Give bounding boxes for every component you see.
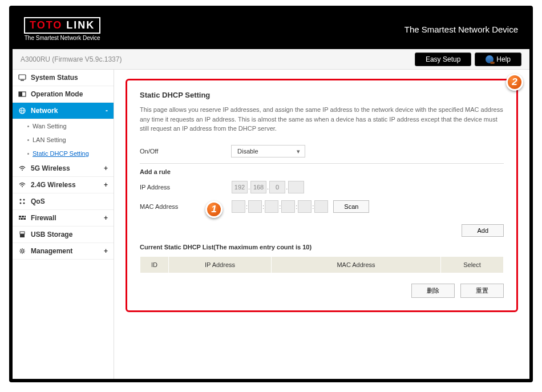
- annotation-badge-1: 1: [205, 201, 223, 218]
- reset-button[interactable]: 重置: [460, 284, 504, 298]
- th-select: Select: [441, 256, 504, 273]
- usb-icon: [18, 231, 26, 238]
- expand-icon: +: [104, 214, 108, 222]
- mode-icon: [18, 91, 26, 98]
- ip-label: IP Address: [140, 184, 231, 191]
- colon-sep: :: [296, 203, 297, 210]
- th-mac: MAC Address: [272, 256, 441, 273]
- sidebar-item-label: 2.4G Wireless: [31, 181, 76, 189]
- sidebar-item-2-4g[interactable]: 2.4G Wireless +: [13, 177, 114, 193]
- svg-point-21: [21, 250, 23, 252]
- easy-setup-button[interactable]: Easy Setup: [415, 52, 471, 66]
- dot-sep: .: [286, 184, 288, 191]
- mac-octet-6[interactable]: [314, 200, 328, 213]
- bullet-icon: [27, 153, 29, 155]
- svg-point-11: [20, 203, 22, 204]
- svg-rect-13: [19, 216, 21, 217]
- mac-octet-1[interactable]: [232, 200, 245, 213]
- expand-icon: +: [104, 164, 108, 172]
- firewall-icon: [18, 215, 26, 221]
- logo: TOTO LINK The Smartest Network Device: [24, 17, 100, 41]
- mac-octet-4[interactable]: [281, 200, 295, 213]
- sidebar-item-label: USB Storage: [31, 231, 72, 239]
- gear-icon: [18, 248, 26, 254]
- scan-button[interactable]: Scan: [333, 200, 369, 213]
- colon-sep: :: [262, 203, 264, 210]
- logo-subtitle: The Smartest Network Device: [24, 35, 100, 41]
- sidebar-item-network[interactable]: Network -: [13, 103, 114, 119]
- add-button[interactable]: Add: [462, 224, 504, 237]
- svg-rect-20: [20, 234, 25, 237]
- expand-icon: +: [104, 247, 108, 255]
- onoff-label: On/Off: [140, 148, 231, 155]
- ip-octet-2[interactable]: [250, 181, 266, 193]
- help-button[interactable]: Help: [475, 52, 521, 66]
- sidebar: System Status Operation Mode Network - W…: [13, 70, 114, 379]
- page-description: This page allows you reserve IP addresse…: [140, 105, 504, 134]
- sidebar-item-label: System Status: [31, 74, 78, 82]
- logo-text-1: TOTO: [30, 19, 62, 31]
- ip-octet-3[interactable]: [269, 181, 285, 193]
- sidebar-item-label: QoS: [31, 197, 45, 205]
- content-area: 1 2 Static DHCP Setting This page allows…: [114, 70, 529, 379]
- colon-sep: :: [312, 203, 314, 210]
- mac-octet-3[interactable]: [265, 200, 278, 213]
- add-rule-heading: Add a rule: [140, 163, 504, 177]
- sidebar-sub-wan[interactable]: Wan Setting: [13, 119, 114, 133]
- sidebar-item-label: 5G Wireless: [31, 164, 70, 172]
- status-icon: [18, 74, 26, 81]
- colon-sep: :: [279, 203, 281, 210]
- sidebar-item-system-status[interactable]: System Status: [13, 70, 114, 86]
- svg-rect-0: [19, 75, 26, 79]
- sidebar-sub-static-dhcp[interactable]: Static DHCP Setting: [13, 147, 114, 160]
- sidebar-item-label: Network: [31, 107, 58, 115]
- collapse-icon: -: [106, 107, 108, 115]
- svg-rect-16: [19, 218, 20, 220]
- bullet-icon: [27, 139, 29, 141]
- model-info: A3000RU (Firmware V5.9c.1337): [21, 55, 122, 63]
- sidebar-item-label: Management: [31, 247, 72, 255]
- sidebar-item-management[interactable]: Management +: [13, 243, 114, 260]
- bullet-icon: [27, 126, 29, 127]
- svg-rect-15: [25, 216, 26, 217]
- svg-point-12: [23, 203, 25, 204]
- onoff-value: Disable: [237, 148, 258, 155]
- dhcp-list-table: ID IP Address MAC Address Select: [140, 256, 504, 273]
- sidebar-sub-label: Static DHCP Setting: [33, 150, 89, 157]
- dot-sep: .: [267, 184, 269, 191]
- svg-point-9: [20, 199, 22, 201]
- dot-sep: .: [248, 184, 250, 191]
- sidebar-item-firewall[interactable]: Firewall +: [13, 210, 114, 227]
- svg-rect-1: [21, 80, 24, 81]
- svg-rect-19: [20, 232, 25, 234]
- svg-rect-3: [19, 92, 22, 96]
- ip-octet-1[interactable]: [232, 181, 248, 193]
- sidebar-item-label: Operation Mode: [31, 90, 83, 98]
- onoff-select[interactable]: Disable: [231, 145, 305, 157]
- wifi-icon: [18, 165, 26, 172]
- mac-octet-5[interactable]: [298, 200, 312, 213]
- svg-point-10: [23, 199, 25, 201]
- delete-button[interactable]: 删除: [411, 284, 455, 298]
- sidebar-item-5g[interactable]: 5G Wireless +: [13, 160, 114, 177]
- topbar: A3000RU (Firmware V5.9c.1337) Easy Setup…: [13, 49, 529, 70]
- sidebar-item-operation-mode[interactable]: Operation Mode: [13, 86, 114, 103]
- help-icon: [486, 55, 494, 63]
- header: TOTO LINK The Smartest Network Device Th…: [13, 9, 529, 49]
- help-label: Help: [496, 55, 511, 63]
- annotation-badge-2: 2: [506, 74, 523, 91]
- sidebar-item-qos[interactable]: QoS: [13, 193, 114, 210]
- expand-icon: +: [104, 181, 108, 189]
- wifi-icon: [18, 181, 26, 188]
- ip-octet-4[interactable]: [288, 181, 304, 193]
- mac-octet-2[interactable]: [248, 200, 262, 213]
- sidebar-sub-lan[interactable]: LAN Setting: [13, 133, 114, 147]
- sidebar-sub-label: LAN Setting: [33, 136, 66, 143]
- sidebar-item-usb[interactable]: USB Storage: [13, 227, 114, 243]
- highlighted-panel: 2 Static DHCP Setting This page allows y…: [126, 79, 518, 312]
- network-icon: [18, 107, 26, 114]
- tagline: The Smartest Network Device: [405, 25, 518, 34]
- svg-rect-18: [23, 218, 26, 220]
- colon-sep: :: [246, 203, 248, 210]
- svg-point-8: [22, 186, 23, 187]
